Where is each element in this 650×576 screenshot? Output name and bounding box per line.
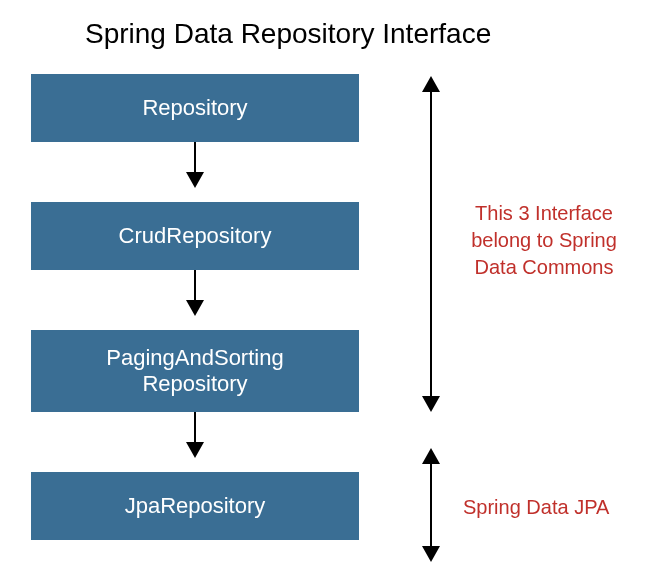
annotation-jpa: Spring Data JPA <box>463 494 609 521</box>
box-repository: Repository <box>31 74 359 142</box>
arrow-repo-to-crud <box>194 142 196 186</box>
box-crud-repository: CrudRepository <box>31 202 359 270</box>
box-paging-line1: PagingAndSorting <box>106 345 283 371</box>
range-arrow-commons <box>430 78 432 410</box>
diagram-title: Spring Data Repository Interface <box>85 18 491 50</box>
box-paging-label: PagingAndSorting Repository <box>106 345 283 398</box>
box-jpa-repository: JpaRepository <box>31 472 359 540</box>
annotation-commons: This 3 Interface belong to Spring Data C… <box>459 200 629 281</box>
arrow-paging-to-jpa <box>194 412 196 456</box>
annotation-commons-line2: belong to Spring <box>459 227 629 254</box>
box-paging-line2: Repository <box>106 371 283 397</box>
box-crud-label: CrudRepository <box>119 223 272 249</box>
annotation-commons-line3: Data Commons <box>459 254 629 281</box>
box-paging-sorting-repository: PagingAndSorting Repository <box>31 330 359 412</box>
arrow-crud-to-paging <box>194 270 196 314</box>
box-jpa-label: JpaRepository <box>125 493 266 519</box>
range-arrow-jpa <box>430 450 432 560</box>
annotation-commons-line1: This 3 Interface <box>459 200 629 227</box>
box-repository-label: Repository <box>142 95 247 121</box>
